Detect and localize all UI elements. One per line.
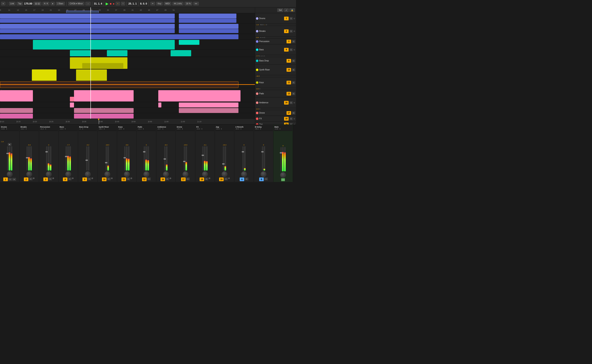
ch-dot-drums[interactable]: ● [12, 178, 16, 181]
clip-breaks-2[interactable] [0, 29, 175, 33]
track-label-synthriser[interactable]: Synth Riser [259, 69, 286, 71]
ch-knob-pads[interactable] [144, 171, 149, 177]
clip-fx-1[interactable] [0, 108, 33, 113]
clip-amb-4[interactable] [158, 90, 241, 102]
fader-area-bass[interactable] [66, 146, 71, 171]
track-content-fx[interactable] [0, 108, 255, 113]
fader-track-bdelay[interactable] [262, 146, 263, 170]
track-content-drums[interactable] [0, 13, 255, 23]
clip-drums-1[interactable] [0, 13, 175, 19]
track-content-bass[interactable] [0, 39, 255, 50]
fader-track-keys[interactable] [124, 146, 125, 170]
ch-knob-areverb[interactable] [241, 171, 247, 177]
ch-s-bassdrop[interactable]: S [87, 177, 91, 180]
clip-synthriser-2[interactable] [82, 63, 123, 68]
add-button[interactable]: + [116, 2, 120, 5]
fader-track-perc[interactable] [46, 146, 47, 170]
clip-bass-2[interactable] [179, 40, 199, 45]
clip-drums-3[interactable] [179, 13, 236, 19]
ch-s-fx[interactable]: S [204, 177, 208, 180]
track-solo-drums[interactable]: S [289, 17, 293, 20]
track-rec-zap[interactable]: ⊙ [294, 124, 295, 125]
fader-track-synthriser[interactable] [106, 146, 107, 170]
fader-track-pads[interactable] [144, 146, 145, 170]
track-solo-percussion[interactable]: S [292, 40, 295, 43]
ch-knob-ambience[interactable] [163, 171, 169, 177]
ch-s-breaks[interactable]: S [29, 177, 33, 180]
ch-s-keys[interactable]: S [126, 177, 130, 180]
track-solo-zap[interactable]: S [289, 123, 293, 125]
fader-area-drone[interactable] [184, 146, 187, 171]
fader-area-percussion[interactable] [46, 146, 51, 171]
ch-knob-main[interactable] [280, 172, 286, 178]
clip-pads-1[interactable] [0, 81, 238, 88]
clip-drums-2[interactable] [0, 19, 175, 23]
ch-s-bdelay[interactable]: S [264, 177, 268, 180]
ch-s-areverb[interactable]: S [245, 177, 248, 180]
clip-drone-1[interactable] [70, 103, 74, 107]
ch-knob-breaks[interactable] [26, 171, 32, 177]
track-content-percussion[interactable] [0, 34, 255, 39]
track-content-keys[interactable] [0, 69, 255, 81]
ch-knob-perc[interactable] [46, 171, 52, 177]
fader-track-bassdrop[interactable] [86, 146, 87, 170]
clip-breaks-3[interactable] [179, 24, 238, 29]
menu-button[interactable]: ≡ [1, 2, 5, 5]
fader-track-ambience[interactable] [164, 146, 165, 170]
track-rec-ambience[interactable]: ⊙ [294, 102, 295, 104]
ch-s-zap[interactable]: S [224, 177, 228, 180]
fader-area-areverb[interactable] [242, 146, 246, 171]
key-button[interactable]: Key [156, 2, 163, 5]
clip-drums-4[interactable] [179, 19, 236, 23]
bpm-nudge[interactable]: |||| |||| [33, 2, 41, 5]
ch-knob-bdelay[interactable] [261, 171, 266, 177]
ch-knob-synthriser[interactable] [105, 171, 110, 177]
ch-s-drone[interactable]: S [186, 177, 190, 180]
ch-s-drums[interactable]: S [8, 178, 12, 181]
loop-length[interactable]: 2 Bars [56, 2, 65, 5]
clip-bass-1[interactable] [33, 40, 175, 50]
clip-keys-2[interactable] [76, 69, 107, 81]
fader-area-breaks[interactable] [26, 146, 32, 171]
track-content-ambience[interactable]: ... [0, 88, 255, 102]
fader-track-drums[interactable] [7, 146, 8, 170]
link-button[interactable]: Link [9, 2, 15, 5]
track-content-breaks[interactable] [0, 23, 255, 33]
clip-breaks-1[interactable] [0, 24, 175, 29]
fader-area-bdelay[interactable] [262, 146, 265, 171]
track-solo-fx[interactable]: S [289, 117, 293, 120]
fader-area-zap[interactable] [223, 146, 226, 171]
fader-track-drone[interactable] [184, 146, 185, 170]
more-button[interactable]: ≡≡ [193, 2, 199, 5]
stop-button[interactable]: ■ [110, 2, 112, 5]
track-content-drone[interactable] [0, 102, 255, 107]
track-content-zap[interactable] [0, 113, 255, 118]
track-solo-bass[interactable]: S [289, 48, 293, 51]
track-rec-breaks[interactable]: ⊙ [294, 30, 295, 32]
fader-track-breaks[interactable] [26, 146, 28, 170]
clip-zap-2[interactable] [74, 114, 134, 118]
midi-button[interactable]: MIDI [164, 2, 171, 5]
clip-bassdrop-1[interactable] [70, 50, 91, 56]
ch-s-bass[interactable]: S [68, 177, 72, 180]
fader-track-areverb[interactable] [242, 146, 243, 170]
fader-area-ambience[interactable] [164, 146, 168, 171]
ch-s-ambience[interactable]: S [165, 177, 169, 180]
clip-bassdrop-4[interactable] [179, 50, 191, 56]
clip-bassdrop-2[interactable] [107, 50, 127, 56]
fader-track-zap[interactable] [223, 146, 224, 170]
ch-knob-drums[interactable] [7, 171, 13, 177]
ch-s-pads[interactable]: S [147, 177, 151, 180]
primary-ruler[interactable]: 9 11 13 15 17 19 21 23 25 27 29 31 33 35… [0, 7, 255, 13]
loop-region[interactable] [66, 11, 99, 13]
tracks-area[interactable]: ... [0, 13, 255, 119]
fader-area-main[interactable] [280, 147, 286, 172]
ch-knob-zap[interactable] [222, 171, 227, 177]
track-rec-bass[interactable]: ⊙ [294, 49, 295, 51]
track-content-synthriser[interactable] [0, 57, 255, 69]
clip-amb-5[interactable] [74, 90, 134, 102]
ch-s-synthriser[interactable]: S [107, 177, 111, 180]
track-solo-keys[interactable]: S [292, 81, 295, 84]
fader-area-synthriser[interactable] [106, 146, 109, 171]
clip-zap-1[interactable] [0, 114, 33, 118]
